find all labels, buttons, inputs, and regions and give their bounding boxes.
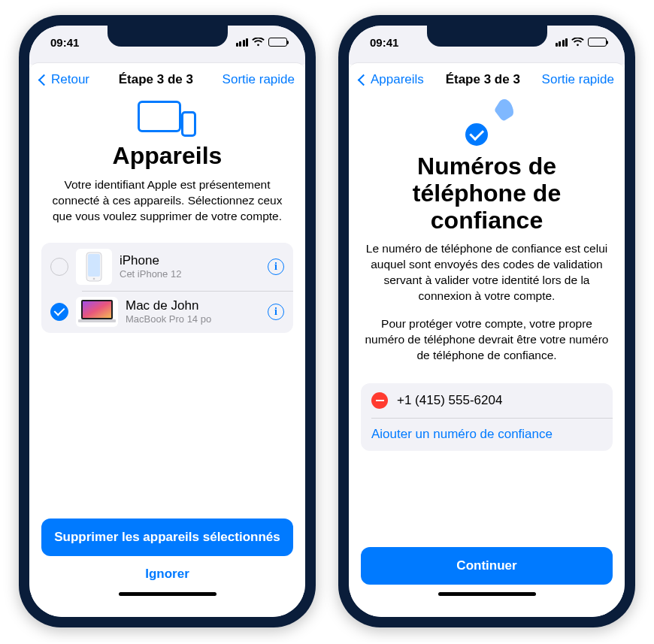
checkbox-checked-icon[interactable]: [50, 303, 68, 321]
chevron-left-icon: [38, 74, 50, 86]
quick-exit-button[interactable]: Sortie rapide: [223, 72, 295, 87]
modal-sheet: Retour Étape 3 de 3 Sortie rapide Appare…: [29, 63, 305, 617]
phone-number: +1 (415) 555-6204: [397, 393, 502, 408]
nav-title: Étape 3 de 3: [446, 72, 520, 87]
page-description: Votre identifiant Apple est présentement…: [44, 177, 290, 225]
device-list: iPhone Cet iPhone 12 i Mac de John MacBo…: [41, 243, 293, 333]
status-indicators: [236, 38, 288, 47]
trusted-number-row[interactable]: +1 (415) 555-6204: [361, 383, 613, 418]
cellular-icon: [236, 38, 249, 47]
svg-point-2: [93, 277, 95, 280]
back-button[interactable]: Appareils: [359, 72, 424, 87]
info-icon[interactable]: i: [268, 259, 284, 275]
page-description-2: Pour protéger votre compte, votre propre…: [364, 316, 610, 364]
skip-button[interactable]: Ignorer: [41, 556, 293, 592]
device-name: iPhone: [120, 253, 260, 268]
content: iPhone Cet iPhone 12 i Mac de John MacBo…: [29, 232, 305, 511]
phone-frame-right: 09:41 Appareils Étape 3 de 3 Sortie rapi…: [338, 15, 635, 627]
modal-sheet: Appareils Étape 3 de 3 Sortie rapide Num…: [349, 63, 625, 617]
footer: Supprimer les appareils sélectionnés Ign…: [29, 511, 305, 617]
nav-title: Étape 3 de 3: [119, 72, 193, 87]
checkmark-badge-icon: [465, 123, 488, 146]
page-title: Numéros de téléphone de confiance: [364, 153, 610, 234]
info-icon[interactable]: i: [268, 304, 284, 320]
back-label: Retour: [51, 72, 89, 87]
svg-rect-5: [78, 319, 116, 322]
nav-bar: Retour Étape 3 de 3 Sortie rapide: [29, 63, 305, 93]
device-text: iPhone Cet iPhone 12: [120, 253, 260, 280]
device-name: Mac de John: [126, 298, 260, 313]
device-row[interactable]: Mac de John MacBook Pro 14 po i: [41, 291, 293, 333]
screen: 09:41 Retour Étape 3 de 3 Sortie rapide: [29, 26, 305, 617]
trusted-phone-icon: [458, 98, 516, 147]
chevron-left-icon: [358, 74, 370, 86]
device-subtitle: MacBook Pro 14 po: [126, 313, 260, 325]
iphone-thumbnail-icon: [76, 249, 112, 285]
device-text: Mac de John MacBook Pro 14 po: [126, 298, 260, 325]
status-time: 09:41: [50, 36, 79, 49]
nav-bar: Appareils Étape 3 de 3 Sortie rapide: [349, 63, 625, 93]
page-description-1: Le numéro de téléphone de confiance est …: [364, 241, 610, 304]
notch: [427, 26, 547, 47]
add-trusted-number-button[interactable]: Aiouter un numéro de confiance: [361, 418, 613, 451]
home-indicator[interactable]: [438, 592, 536, 596]
page-title: Appareils: [113, 143, 223, 170]
quick-exit-button[interactable]: Sortie rapide: [542, 72, 614, 87]
screen: 09:41 Appareils Étape 3 de 3 Sortie rapi…: [349, 26, 625, 617]
device-row[interactable]: iPhone Cet iPhone 12 i: [41, 243, 293, 291]
add-trusted-number-label: Aiouter un numéro de confiance: [371, 427, 553, 442]
back-button[interactable]: Retour: [40, 72, 89, 87]
status-time: 09:41: [370, 36, 398, 49]
macbook-thumbnail-icon: [76, 297, 118, 327]
hero: Numéros de téléphone de confiance Le num…: [349, 93, 625, 371]
hero: Appareils Votre identifiant Apple est pr…: [29, 93, 305, 232]
back-label: Appareils: [371, 72, 424, 87]
svg-rect-1: [88, 254, 100, 277]
checkbox-unchecked-icon[interactable]: [50, 258, 68, 276]
cellular-icon: [556, 38, 568, 47]
wifi-icon: [571, 38, 584, 47]
notch: [107, 26, 228, 47]
battery-icon: [268, 38, 287, 47]
remove-icon[interactable]: [371, 392, 388, 409]
home-indicator[interactable]: [119, 592, 216, 596]
wifi-icon: [252, 38, 265, 47]
trusted-number-list: +1 (415) 555-6204 Aiouter un numéro de c…: [361, 383, 613, 451]
battery-icon: [588, 38, 607, 47]
svg-rect-4: [83, 301, 111, 318]
content: +1 (415) 555-6204 Aiouter un numéro de c…: [349, 371, 625, 540]
device-subtitle: Cet iPhone 12: [120, 268, 260, 280]
continue-button[interactable]: Continuer: [361, 547, 613, 585]
remove-selected-button[interactable]: Supprimer les appareils sélectionnés: [41, 519, 293, 556]
status-indicators: [556, 38, 607, 47]
phone-frame-left: 09:41 Retour Étape 3 de 3 Sortie rapide: [19, 15, 316, 627]
devices-icon: [135, 98, 201, 137]
footer: Continuer: [349, 540, 625, 617]
